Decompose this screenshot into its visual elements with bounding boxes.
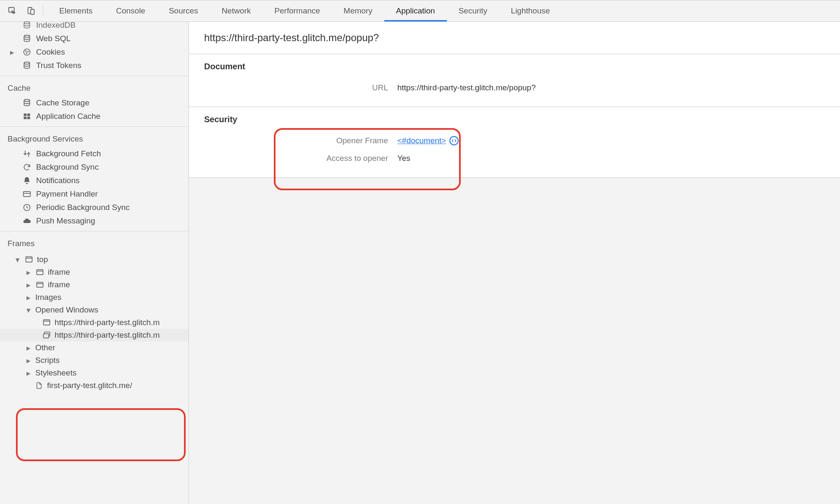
svg-rect-24: [44, 320, 50, 325]
sidebar-item-label: Cookies: [36, 47, 65, 57]
svg-rect-15: [24, 192, 31, 197]
chevron-right-icon: ▸: [25, 368, 32, 378]
database-icon: [22, 60, 32, 71]
tree-item-label: Scripts: [35, 356, 60, 365]
tree-item-opened-windows[interactable]: ▾ Opened Windows: [0, 304, 189, 316]
tab-application[interactable]: Application: [384, 0, 447, 21]
svg-point-4: [24, 35, 29, 37]
sidebar-item-label: Periodic Background Sync: [36, 203, 130, 212]
tree-item-opened-window-url[interactable]: https://third-party-test.glitch.m: [0, 316, 189, 329]
database-icon: [22, 98, 32, 108]
chevron-right-icon: ▸: [9, 47, 15, 57]
svg-rect-20: [37, 270, 43, 275]
tree-item-scripts[interactable]: ▸ Scripts: [0, 354, 189, 367]
sidebar-item-push[interactable]: Push Messaging: [0, 214, 189, 228]
svg-point-9: [24, 62, 29, 64]
file-icon: [34, 381, 44, 390]
grid-icon: [22, 111, 32, 121]
tree-item-iframe[interactable]: ▸ iframe: [0, 266, 189, 278]
sidebar-item-websql[interactable]: Web SQL: [0, 32, 189, 45]
sidebar-item-label: Trust Tokens: [36, 61, 81, 70]
tree-item-stylesheets[interactable]: ▸ Stylesheets: [0, 367, 189, 379]
clock-icon: [22, 202, 32, 213]
sidebar-item-indexeddb[interactable]: IndexedDB: [0, 18, 189, 32]
svg-rect-22: [37, 282, 43, 287]
access-opener-label: Access to opener: [204, 154, 397, 163]
pane-title: https://third-party-test.glitch.me/popup…: [189, 22, 840, 54]
sidebar-item-periodic-sync[interactable]: Periodic Background Sync: [0, 201, 189, 214]
sidebar-item-label: Payment Handler: [36, 189, 98, 199]
section-heading-security: Security: [204, 115, 825, 124]
svg-rect-11: [24, 113, 27, 116]
window-icon: [24, 255, 34, 264]
opener-frame-link[interactable]: <#document>: [397, 136, 446, 145]
sidebar-item-label: Cache Storage: [36, 98, 89, 108]
window-icon: [42, 318, 51, 327]
cookie-icon: [22, 47, 32, 57]
tree-item-label: Images: [35, 293, 61, 302]
sidebar-item-trusttokens[interactable]: Trust Tokens: [0, 59, 189, 72]
sidebar-item-label: Background Fetch: [36, 149, 101, 158]
tree-item-label: Opened Windows: [35, 305, 98, 315]
section-security: Security Opener Frame <#document> Access…: [189, 107, 840, 178]
reveal-in-elements-icon[interactable]: [449, 136, 459, 145]
tab-performance[interactable]: Performance: [262, 0, 332, 21]
tree-item-label: top: [37, 255, 48, 264]
sidebar-item-label: Web SQL: [36, 34, 71, 43]
chevron-right-icon: ▸: [25, 280, 32, 290]
document-url-value: https://third-party-test.glitch.me/popup…: [397, 83, 536, 92]
frame-icon: [35, 268, 45, 277]
document-url-label: URL: [204, 83, 397, 92]
tree-item-label: Other: [35, 343, 55, 352]
svg-point-5: [24, 49, 30, 55]
tree-item-label: iframe: [48, 268, 70, 277]
tree-item-images[interactable]: ▸ Images: [0, 291, 189, 304]
sidebar-item-appcache[interactable]: Application Cache: [0, 110, 189, 123]
sync-icon: [22, 162, 32, 172]
sidebar-item-cookies[interactable]: ▸ Cookies: [0, 45, 189, 59]
tab-network[interactable]: Network: [210, 0, 263, 21]
tree-item-file[interactable]: first-party-test.glitch.me/: [0, 379, 189, 392]
tree-item-label: https://third-party-test.glitch.m: [55, 318, 160, 327]
sidebar-item-cache-storage[interactable]: Cache Storage: [0, 96, 189, 110]
annotation-opened-windows: [16, 408, 186, 461]
tree-item-iframe[interactable]: ▸ iframe: [0, 278, 189, 291]
svg-rect-12: [27, 113, 30, 116]
sidebar-item-payment[interactable]: Payment Handler: [0, 187, 189, 201]
svg-point-6: [26, 51, 26, 52]
svg-rect-13: [24, 117, 27, 119]
sidebar-item-notifications[interactable]: Notifications: [0, 174, 189, 187]
svg-point-10: [24, 100, 29, 102]
svg-point-3: [24, 22, 29, 24]
chevron-right-icon: ▸: [25, 268, 32, 277]
tree-item-label: first-party-test.glitch.me/: [47, 381, 132, 390]
sidebar-item-bg-fetch[interactable]: Background Fetch: [0, 147, 189, 160]
svg-rect-0: [9, 8, 14, 12]
sidebar-item-label: Background Sync: [36, 163, 99, 172]
tree-item-top[interactable]: ▾ top: [0, 253, 189, 266]
sidebar-item-label: Push Messaging: [36, 216, 95, 226]
sidebar-item-label: Notifications: [36, 176, 80, 185]
sidebar-item-bg-sync[interactable]: Background Sync: [0, 160, 189, 174]
chevron-down-icon: ▾: [25, 305, 32, 315]
database-icon: [22, 20, 32, 30]
tree-item-other[interactable]: ▸ Other: [0, 341, 189, 354]
sidebar-group-background: Background Services: [0, 130, 189, 147]
svg-rect-2: [31, 9, 34, 14]
section-heading-document: Document: [204, 62, 825, 71]
opener-frame-label: Opener Frame: [204, 136, 397, 145]
tab-lighthouse[interactable]: Lighthouse: [499, 0, 562, 21]
tree-item-label: Stylesheets: [35, 368, 76, 378]
credit-card-icon: [22, 189, 32, 199]
tab-memory[interactable]: Memory: [332, 0, 384, 21]
tree-item-opened-window-url-selected[interactable]: https://third-party-test.glitch.m: [0, 329, 189, 341]
tab-security[interactable]: Security: [447, 0, 499, 21]
tree-item-label: iframe: [48, 280, 70, 289]
transfer-icon: [22, 149, 32, 159]
application-sidebar: IndexedDB Web SQL ▸ Cookies: [0, 22, 189, 504]
svg-rect-27: [44, 334, 49, 338]
chevron-right-icon: ▸: [25, 356, 32, 365]
tabbar-divider: [43, 5, 43, 16]
cloud-icon: [22, 216, 32, 226]
access-opener-value: Yes: [397, 154, 410, 163]
